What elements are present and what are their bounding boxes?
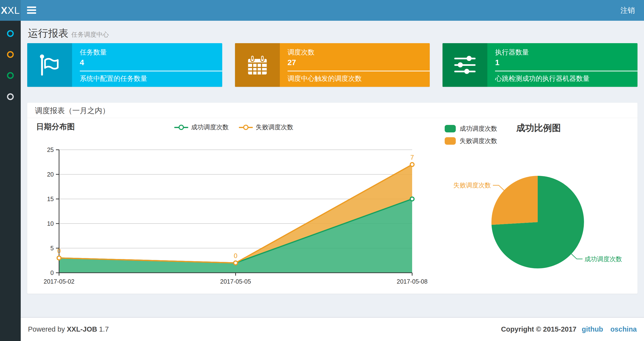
copyright: Copyright © 2015-2017 [501,325,576,333]
info-box-row: 任务数量 4 系统中配置的任务数量 [21,43,644,87]
info-box-label: 执行器数量 [495,48,638,57]
svg-text:15: 15 [47,196,54,202]
logo-bold: X [1,5,8,16]
info-box-description: 系统中配置的任务数量 [80,74,222,84]
info-box-triggers: 调度次数 27 调度中心触发的调度次数 [235,43,430,87]
flag-icon [27,43,72,87]
info-box-divider [495,71,638,71]
info-box-divider [288,71,430,71]
sidebar-item-4[interactable] [0,90,21,104]
logout-button[interactable]: 注销 [618,0,637,21]
info-box-label: 调度次数 [288,48,430,57]
info-box-value: 4 [80,57,222,68]
svg-text:20: 20 [47,171,54,178]
logo-rest: XL [8,5,20,16]
calendar-icon [235,43,280,87]
brand: XXL-JOB [67,325,97,333]
info-box-divider [80,71,222,71]
svg-text:成功调度次数: 成功调度次数 [584,255,622,263]
svg-text:2017-05-05: 2017-05-05 [220,278,251,285]
info-box-tasks: 任务数量 4 系统中配置的任务数量 [27,43,222,87]
panel-body: 日期分布图 成功调度次数 失败调度次数 05101520252017-05-02… [27,118,638,293]
github-link[interactable]: github [582,325,603,333]
svg-text:7: 7 [410,154,414,161]
report-panel: 调度报表（一月之内） 日期分布图 成功调度次数 失败调度次数 051015202… [27,103,638,294]
svg-text:2017-05-02: 2017-05-02 [44,278,74,285]
info-box-executors: 执行器数量 1 心跳检测成功的执行器机器数量 [442,43,638,87]
svg-text:10: 10 [47,220,54,227]
version: 1.7 [99,325,109,333]
circle-icon [7,51,14,58]
svg-text:25: 25 [47,146,54,153]
panel-header: 调度报表（一月之内） [27,103,638,118]
sliders-icon [442,43,487,87]
page-subtitle: 任务调度中心 [71,31,109,38]
info-box-description: 心跳检测成功的执行器机器数量 [495,74,638,84]
svg-text:2017-05-08: 2017-05-08 [397,278,428,285]
navbar: XXL 注销 [0,0,644,21]
svg-text:5: 5 [50,245,54,251]
sidebar-item-1[interactable] [0,26,21,41]
circle-icon [7,93,14,100]
page-title: 运行报表任务调度中心 [28,27,637,40]
footer: Powered by XXL-JOB 1.7 Copyright © 2015-… [21,317,644,341]
info-box-description: 调度中心触发的调度次数 [288,74,430,84]
powered-by: Powered by XXL-JOB 1.7 [28,325,109,333]
date-distribution-chart: 05101520252017-05-022017-05-052017-05-08… [32,129,432,288]
circle-icon [7,30,14,37]
circle-icon [7,72,14,79]
info-box-value: 27 [288,57,430,68]
sidebar-item-3[interactable] [0,68,21,83]
oschina-link[interactable]: oschina [610,325,637,333]
content-header: 运行报表任务调度中心 [21,21,644,43]
sidebar [0,21,21,341]
app-logo[interactable]: XXL [0,0,21,21]
info-box-label: 任务数量 [80,48,222,57]
info-box-value: 1 [495,57,638,68]
panel-title: 调度报表（一月之内） [35,106,110,115]
svg-text:失败调度次数: 失败调度次数 [453,182,491,189]
sidebar-item-2[interactable] [0,47,21,62]
svg-text:0: 0 [50,269,54,276]
sidebar-toggle-icon[interactable] [27,7,36,14]
success-ratio-pie-chart: 成功调度次数失败调度次数 [437,129,644,274]
svg-text:0: 0 [234,252,238,259]
svg-text:0: 0 [57,247,61,255]
main-content: 运行报表任务调度中心 任务数量 4 系统中配置的任务数量 [21,21,644,294]
